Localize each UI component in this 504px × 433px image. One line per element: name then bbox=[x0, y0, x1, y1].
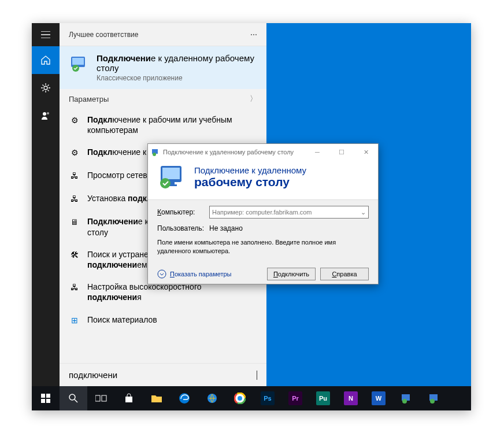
dialog-banner: Подключение к удаленному рабочему столу bbox=[148, 160, 378, 199]
user-label: Пользователь: bbox=[157, 224, 203, 232]
svg-point-27 bbox=[238, 396, 242, 401]
svg-point-18 bbox=[69, 394, 75, 400]
gear-icon[interactable] bbox=[32, 74, 60, 102]
rdc-app-icon bbox=[69, 53, 90, 74]
user-value: Не задано bbox=[209, 224, 243, 232]
network-icon: 🖧 bbox=[69, 193, 80, 205]
best-match-label: Лучшее соответствие bbox=[69, 31, 138, 39]
gear-icon: ⚙ bbox=[69, 147, 80, 158]
gear-icon: ⚙ bbox=[69, 114, 80, 126]
taskbar: Ps Pr Pu N W bbox=[32, 386, 471, 410]
svg-rect-20 bbox=[102, 395, 106, 401]
help-button[interactable]: Справка bbox=[320, 268, 369, 280]
computer-label: Компьютер: bbox=[157, 208, 203, 216]
best-match-header: Лучшее соответствие ⋯ bbox=[60, 23, 266, 46]
taskbar-rdc-icon[interactable] bbox=[392, 386, 420, 410]
svg-point-12 bbox=[160, 178, 171, 188]
taskbar-rdc-icon-2[interactable] bbox=[420, 386, 448, 410]
list-item[interactable]: ⚙Подключение к рабочим или учебным компь… bbox=[60, 109, 266, 141]
premiere-icon[interactable]: Pr bbox=[281, 386, 309, 410]
svg-point-29 bbox=[402, 399, 407, 404]
svg-point-13 bbox=[158, 270, 166, 278]
svg-rect-4 bbox=[72, 58, 84, 65]
rdc-title-icon bbox=[151, 148, 160, 156]
rdc-large-icon bbox=[157, 164, 186, 190]
show-options-label: Показать параметры bbox=[170, 271, 232, 277]
start-button[interactable] bbox=[32, 386, 60, 410]
svg-rect-17 bbox=[46, 399, 50, 403]
section-settings[interactable]: Параметры 〉 bbox=[60, 89, 266, 109]
photoshop-icon[interactable]: Ps bbox=[254, 386, 281, 410]
store-icon[interactable] bbox=[115, 386, 143, 410]
publisher-icon[interactable]: Pu bbox=[309, 386, 337, 410]
banner-line2: рабочему столу bbox=[194, 175, 306, 189]
word-icon[interactable]: W bbox=[365, 386, 392, 410]
more-icon[interactable]: ⋯ bbox=[250, 31, 257, 39]
chevron-right-icon: 〉 bbox=[250, 94, 257, 104]
section-label: Параметры bbox=[69, 95, 109, 103]
chevron-down-icon: ⌄ bbox=[361, 209, 366, 216]
network-icon: 🖧 bbox=[69, 282, 80, 293]
svg-rect-16 bbox=[41, 399, 45, 403]
network-icon: 🖧 bbox=[69, 170, 80, 182]
search-box-container bbox=[60, 363, 266, 386]
best-match-result[interactable]: Подключение к удаленному рабочему столу … bbox=[60, 46, 266, 89]
troubleshoot-icon: 🛠 bbox=[69, 249, 80, 261]
svg-point-31 bbox=[430, 399, 435, 404]
svg-rect-19 bbox=[95, 395, 100, 401]
people-icon[interactable] bbox=[32, 102, 60, 129]
svg-point-2 bbox=[47, 112, 49, 114]
svg-rect-9 bbox=[162, 168, 180, 179]
svg-point-0 bbox=[44, 86, 47, 90]
chevron-down-circle-icon bbox=[157, 269, 166, 279]
list-item-label: Подключение к рабочим или учебным компью… bbox=[87, 114, 257, 135]
ie-icon[interactable] bbox=[198, 386, 226, 410]
best-match-title: Подключение к удаленному рабочему столу bbox=[97, 53, 257, 73]
svg-rect-14 bbox=[41, 394, 45, 398]
chrome-icon[interactable] bbox=[226, 386, 254, 410]
store-icon: ⊞ bbox=[69, 314, 80, 326]
show-options-toggle[interactable]: Показать параметры bbox=[157, 269, 232, 279]
close-button[interactable]: ✕ bbox=[354, 144, 378, 160]
edge-icon[interactable] bbox=[171, 386, 198, 410]
svg-rect-15 bbox=[46, 394, 50, 398]
titlebar[interactable]: Подключение к удаленному рабочему столу … bbox=[148, 144, 378, 160]
rdc-dialog: Подключение к удаленному рабочему столу … bbox=[147, 143, 379, 284]
best-match-subtitle: Классическое приложение bbox=[97, 74, 257, 82]
rdc-icon: 🖥 bbox=[69, 216, 80, 228]
maximize-button[interactable]: ☐ bbox=[329, 144, 354, 160]
dialog-body: Компьютер: Например: computer.fabrikam.c… bbox=[148, 199, 378, 284]
banner-line1: Подключение к удаленному bbox=[194, 165, 306, 175]
computer-combobox[interactable]: Например: computer.fabrikam.com ⌄ bbox=[209, 206, 369, 219]
explorer-icon[interactable] bbox=[143, 386, 171, 410]
search-icon[interactable] bbox=[60, 386, 87, 410]
list-item-label: Поиск материалов bbox=[87, 314, 157, 325]
computer-placeholder: Например: computer.fabrikam.com bbox=[212, 209, 312, 216]
dialog-title: Подключение к удаленному рабочему столу bbox=[163, 149, 294, 156]
onenote-icon[interactable]: N bbox=[337, 386, 365, 410]
task-view-icon[interactable] bbox=[87, 386, 115, 410]
svg-point-7 bbox=[153, 153, 156, 156]
list-item-label: Настройка высокоскоростного подключения bbox=[87, 282, 257, 302]
search-input[interactable] bbox=[69, 370, 257, 380]
start-rail bbox=[32, 23, 60, 386]
list-item-materials[interactable]: ⊞Поиск материалов bbox=[60, 309, 266, 332]
connect-button[interactable]: Подключить bbox=[267, 268, 316, 280]
hint-text: Поле имени компьютера не заполнено. Введ… bbox=[157, 238, 369, 256]
minimize-button[interactable]: ─ bbox=[305, 144, 329, 160]
home-icon[interactable] bbox=[32, 46, 60, 74]
hamburger-icon[interactable] bbox=[32, 23, 60, 46]
svg-point-1 bbox=[43, 112, 46, 116]
